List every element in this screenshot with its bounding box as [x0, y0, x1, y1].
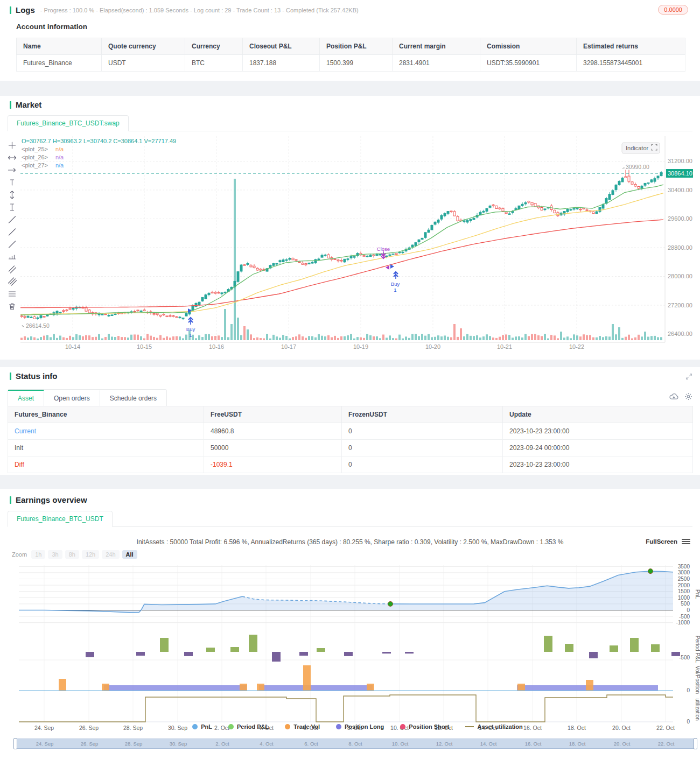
column-header: FreeUSDT [204, 406, 342, 423]
logs-accent-bar [10, 6, 11, 14]
status-table-wrap: Futures_BinanceFreeUSDTFrozenUSDTUpdateC… [8, 406, 692, 473]
table-cell: 1837.188 [243, 55, 320, 72]
earnings-stats: InitAssets : 50000 Total Profit: 6.596 %… [54, 538, 646, 546]
parallel-lines-icon[interactable] [8, 265, 17, 273]
tab-open-orders[interactable]: Open orders [44, 390, 100, 406]
horizontal-ray-icon[interactable] [8, 166, 17, 174]
column-header: Position P&L [320, 38, 393, 55]
fullscreen-control[interactable]: FullScreen [646, 538, 690, 545]
market-header: Market [10, 100, 41, 109]
trash-icon[interactable] [8, 302, 17, 311]
double-arrow-icon[interactable] [8, 153, 17, 162]
status-title: Status info [16, 371, 58, 381]
pnl-tick: 500 [681, 601, 690, 607]
zoom-option-12h[interactable]: 12h [82, 550, 99, 559]
trend-line-icon[interactable] [8, 215, 17, 224]
legend-dot-icon [285, 724, 290, 729]
slider-handle-right[interactable] [694, 738, 697, 749]
zoom-label: Zoom [12, 551, 27, 558]
column-header: Comission [480, 38, 577, 55]
cross-cursor-icon[interactable] [8, 141, 17, 150]
slider-date-label: 14. Oct [480, 739, 497, 748]
svg-text:Close: Close [377, 246, 390, 252]
column-header: Current margin [393, 38, 480, 55]
table-cell: BTC [185, 55, 243, 72]
table-row: Futures_BinanceUSDTBTC1837.1881500.39928… [17, 55, 685, 72]
table-cell: 2023-09-24 00:00:00 [503, 440, 693, 456]
multi-lines-icon[interactable] [8, 277, 17, 286]
logs-status-badge: 0.0000 [658, 5, 688, 15]
gear-icon[interactable] [684, 392, 692, 403]
height-ruler-icon[interactable] [8, 203, 17, 212]
ray-line-icon[interactable] [8, 240, 17, 249]
legend-item-period-p&l[interactable]: Period P&L [228, 723, 269, 730]
column-header: FrozenUSDT [342, 406, 503, 423]
plot-row: <plot_25>n/a [22, 145, 176, 153]
trade-vol-bar [586, 680, 593, 691]
zoom-option-24h[interactable]: 24h [102, 550, 119, 559]
high-annotation: 30990.00 [622, 164, 649, 170]
table-cell: 48960.8 [204, 423, 342, 440]
axis-name: PnL [695, 589, 700, 599]
date-tick: 10-19 [353, 343, 368, 350]
pnl-tick: 1000 [678, 595, 690, 601]
indicator-button[interactable]: Indicator [622, 143, 660, 153]
zoom-option-all[interactable]: All [122, 550, 137, 559]
table-cell: 2831.4901 [393, 55, 480, 72]
date-tick: 10-21 [497, 343, 512, 350]
tab-schedule-orders[interactable]: Schedule orders [100, 390, 166, 406]
date-tick: 10-14 [65, 343, 80, 350]
date-tick: 10-15 [137, 343, 152, 350]
menu-icon[interactable] [682, 538, 690, 545]
svg-text:Buy: Buy [391, 281, 400, 287]
tab-asset[interactable]: Asset [8, 390, 44, 406]
slider-date-label: 16. Oct [525, 739, 542, 748]
column-header: Futures_Binance [8, 406, 204, 423]
trade-vol-bar [240, 684, 247, 691]
table-cell[interactable]: Current [8, 423, 204, 440]
datazoom-slider[interactable]: 24. Sep26. Sep28. Sep30. Sep2. Oct4. Oct… [15, 739, 696, 749]
date-tick: 10-20 [425, 343, 440, 350]
slider-handle-left[interactable] [13, 738, 17, 749]
price-tick: 28000.00 [668, 273, 692, 279]
slider-date-label: 4. Oct [260, 739, 273, 748]
zoom-option-1h[interactable]: 1h [31, 550, 45, 559]
earnings-chart-canvas[interactable]: 3500300025002000150010005000-500-1000-50… [15, 564, 700, 750]
tab-market-symbol[interactable]: Futures_Binance_BTC_USDT:swap [8, 115, 129, 131]
svg-text:1: 1 [394, 287, 396, 293]
section-divider [0, 360, 700, 367]
table-cell: Futures_Binance [17, 55, 102, 72]
axis-name: Period P&L [695, 636, 700, 663]
collapse-icon[interactable] [685, 373, 692, 382]
cloud-sync-icon[interactable] [669, 392, 678, 403]
tab-earnings-symbol[interactable]: Futures_Binance_BTC_USDT [8, 511, 113, 527]
zoom-option-8h[interactable]: 8h [65, 550, 79, 559]
slider-date-label: 6. Oct [304, 739, 318, 748]
legend-dot-icon [336, 724, 341, 729]
table-cell: USDT [102, 55, 185, 72]
table-row: Init5000002023-09-24 00:00:00 [8, 440, 693, 456]
zoom-option-3h[interactable]: 3h [48, 550, 62, 559]
market-accent-bar [10, 101, 11, 109]
diagonal-line-icon[interactable] [8, 228, 17, 236]
measure-ruler-icon[interactable] [8, 252, 17, 261]
vertical-arrow-icon[interactable] [8, 191, 17, 199]
market-chart[interactable]: 30864.1031200.0030400.0029600.0028800.00… [20, 132, 695, 357]
legend-item-asset-utilization[interactable]: Asset utilization [465, 723, 522, 730]
slider-date-label: 30. Sep [170, 739, 187, 748]
legend-item-trade-vol[interactable]: Trade Vol [285, 723, 320, 730]
align-lines-icon[interactable] [8, 290, 17, 298]
svg-text:Indicator: Indicator [626, 145, 649, 151]
vertical-tick-icon[interactable] [8, 178, 17, 187]
pnl-area [19, 571, 673, 613]
legend-dot-icon [400, 724, 405, 729]
legend-item-pnl[interactable]: PnL [192, 723, 212, 730]
pnl-tick: 1500 [678, 588, 690, 594]
table-cell: 0 [342, 456, 503, 473]
fullscreen-label[interactable]: FullScreen [646, 538, 677, 545]
legend-item-position-long[interactable]: Position Long [336, 723, 384, 730]
legend-item-position-short[interactable]: Position Short [400, 723, 449, 730]
table-cell: Init [8, 440, 204, 456]
axis-name: utilization [695, 698, 700, 721]
pnl-tick: 2500 [678, 576, 690, 582]
